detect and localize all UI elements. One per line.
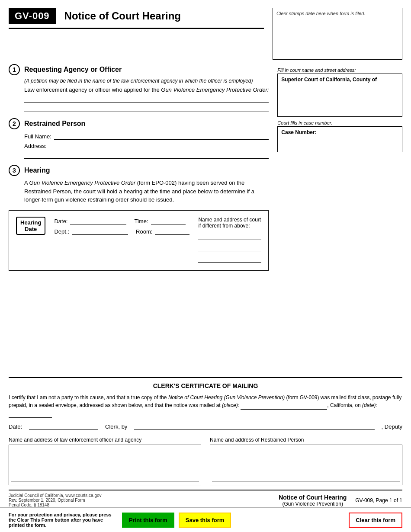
restrained-address-label: Name and address of Restrained Person [210,437,402,443]
hearing-fields: Date: Time: Dept.: Room: [54,217,189,264]
left-col: 1 Requesting Agency or Officer (A petiti… [9,60,269,377]
hearing-time-label: Time: [134,218,148,224]
restrained-address-line-3 [212,471,400,481]
clear-button[interactable]: Clear this form [349,513,402,528]
section-2-title: Restrained Person [24,120,85,128]
fullname-field-line [54,132,269,140]
section-1-subtitle: (A petition may be filed in the name of … [9,78,269,84]
hearing-court-line-3 [198,255,261,263]
footer-code: Penal Code, § 18148 [9,503,270,507]
hearing-date-box: Hearing Date Date: Time: Dept.: Room: [9,210,269,271]
case-number-box: Case Number: [277,126,402,152]
hearing-time-field-line [151,217,186,224]
form-title: Notice of Court Hearing [64,10,181,22]
clerks-text: I certify that I am not a party to this … [9,394,402,418]
form-title-row: GV-009 Notice of Court Hearing [9,8,264,24]
footer: Judicial Council of California, www.cour… [9,490,402,507]
header-divider [9,28,264,29]
section-2-number: 2 [9,118,20,129]
fullname-row: Full Name: [9,132,269,140]
restrained-address-line-1 [212,447,400,457]
section-1-number: 1 [9,64,20,75]
restrained-address-line-2 [212,459,400,469]
footer-center-sub: (Gun Violence Prevention) [279,501,347,507]
hearing-court-label: Name and address of court if different f… [198,217,261,229]
footer-center-title: Notice of Court Hearing [279,494,347,501]
section-3: 3 Hearing A Gun Violence Emergency Prote… [9,165,269,204]
footer-page-info: GV-009, Page 1 of 1 [355,497,402,503]
hearing-box-left: Hearing Date [16,217,45,264]
form-number: GV-009 [9,8,56,24]
clerks-date-label: Date: [9,423,22,430]
hearing-dept-label: Dept.: [54,228,69,235]
hearing-court-line-1 [198,232,261,240]
header-area: GV-009 Notice of Court Hearing Clerk sta… [0,0,411,60]
footer-agency: Judicial Council of California, www.cour… [9,493,270,498]
hearing-description: A Gun Violence Emergency Protective Orde… [9,179,269,204]
clerk-stamp-label: Clerk stamps date here when form is file… [276,11,365,16]
hearing-dept-row: Dept.: Room: [54,227,189,235]
bottom-bar: For your protection and privacy, please … [0,507,411,532]
print-button[interactable]: Print this form [122,513,174,528]
court-name-box: Superior Court of California, County of [277,74,402,117]
agency-field-line-2 [24,104,269,112]
section-1-header: 1 Requesting Agency or Officer [9,64,269,75]
case-number-field: Case Number: [281,129,398,135]
court-title: Superior Court of California, County of [281,77,398,83]
hearing-date-label: Hearing Date [16,217,45,235]
footer-rev: Rev. September 1, 2020, Optional Form [9,498,270,503]
law-address-line-3 [11,471,199,481]
hearing-date-row: Date: Time: [54,217,189,224]
section-3-title: Hearing [24,167,50,174]
clerks-title: CLERK'S CERTIFICATE OF MAILING [9,382,402,389]
hearing-dept-field-line [72,227,128,235]
law-address-label: Name and address of law enforcement offi… [9,437,201,443]
footer-left: Judicial Council of California, www.cour… [9,493,270,507]
main-content: 1 Requesting Agency or Officer (A petiti… [0,60,411,377]
hearing-date-field-label: Date: [54,218,67,224]
page: GV-009 Notice of Court Hearing Clerk sta… [0,0,411,532]
section-3-header: 3 Hearing [9,165,269,176]
address-row: Address: [9,141,269,149]
agency-field-label: Law enforcement agency or officer who ap… [24,87,269,93]
section-1-title: Requesting Agency or Officer [24,66,122,74]
clerks-deputy-label: , Deputy [382,423,402,430]
hearing-court-line-2 [198,244,261,251]
privacy-text: For your protection and privacy, please … [9,512,118,528]
law-address-line-1 [11,447,199,457]
hearing-room-field-line [155,227,189,235]
clerk-stamp-box: Clerk stamps date here when form is file… [273,8,402,60]
section-2-header: 2 Restrained Person [9,118,269,129]
fullname-label: Full Name: [24,133,51,140]
right-col: Fill in court name and street address: S… [277,60,402,377]
section-1: 1 Requesting Agency or Officer (A petiti… [9,64,269,112]
clerks-date-line [29,422,98,430]
case-number-label: Court fills in case number. [277,120,402,125]
clerks-date-row: Date: Clerk, by , Deputy [9,422,402,430]
section-2: 2 Restrained Person Full Name: Address: [9,118,269,159]
address-label: Address: [24,143,46,149]
law-address-col: Name and address of law enforcement offi… [9,437,201,485]
save-button[interactable]: Save this form [179,513,231,528]
section-1-field-row: Law enforcement agency or officer who ap… [9,87,269,93]
law-address-box [9,445,201,485]
clerks-certificate: CLERK'S CERTIFICATE OF MAILING I certify… [9,377,402,437]
hearing-room-label: Room: [136,228,152,235]
section-3-number: 3 [9,165,20,176]
address-row: Name and address of law enforcement offi… [9,437,402,485]
hearing-court-address: Name and address of court if different f… [198,217,261,264]
restrained-address-box [210,445,402,485]
header-left: GV-009 Notice of Court Hearing [9,8,264,60]
law-address-line-2 [11,459,199,469]
agency-field-line-1 [24,95,269,103]
clerks-clerk-line [134,422,374,430]
address-field-line-1 [49,141,269,149]
hearing-date-field-line [70,217,126,224]
address-field-line-2 [24,151,269,159]
restrained-address-col: Name and address of Restrained Person [210,437,402,485]
fill-court-label: Fill in court name and street address: [277,67,402,73]
clerks-clerk-label: Clerk, by [105,423,127,430]
footer-center: Notice of Court Hearing (Gun Violence Pr… [279,494,347,507]
